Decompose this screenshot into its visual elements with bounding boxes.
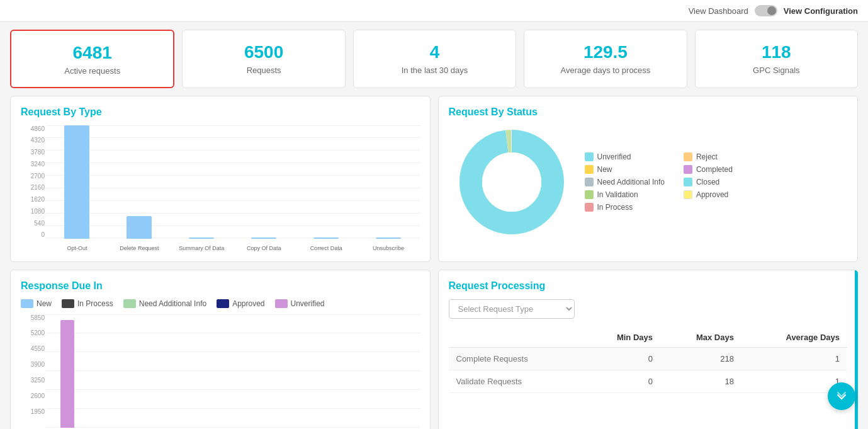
bar-chart-area: 4860 4320 3780 3240 2700 2160 1620 1080 … bbox=[21, 125, 420, 251]
summary-card-4: 118GPC Signals bbox=[695, 30, 858, 88]
request-processing-title: Request Processing bbox=[449, 280, 848, 292]
legend-reject: Reject bbox=[684, 152, 733, 161]
bar-correct-data bbox=[295, 125, 358, 239]
card-number-2: 4 bbox=[364, 42, 505, 63]
summary-card-1: 6500Requests bbox=[182, 30, 345, 88]
bar-chart-bars bbox=[46, 125, 420, 239]
bar-chart-yaxis: 4860 4320 3780 3240 2700 2160 1620 1080 … bbox=[21, 125, 45, 239]
rp-col-avg-days: Average Days bbox=[741, 328, 847, 348]
legend-need-additional-info: Need Additional Info bbox=[585, 178, 665, 186]
summary-cards-row: 6481Active requests6500Requests4In the l… bbox=[0, 22, 868, 96]
card-label-4: GPC Signals bbox=[706, 66, 847, 75]
summary-card-2: 4In the last 30 days bbox=[353, 30, 516, 88]
bar-delete-request bbox=[108, 125, 171, 239]
rp-row-label-complete: Complete Requests bbox=[449, 347, 582, 370]
rp-row-max-complete: 218 bbox=[660, 347, 741, 370]
rp-row-min-validate: 0 bbox=[582, 370, 660, 392]
legend-unverified: Unverified bbox=[585, 152, 665, 161]
rd-yaxis: 5850 5200 4550 3900 3250 2600 1950 bbox=[21, 314, 45, 415]
bar-summary-of-data bbox=[171, 125, 233, 239]
request-by-type-title: Request By Type bbox=[21, 106, 420, 118]
top-bar: View Dashboard View Configuration bbox=[0, 0, 868, 22]
request-type-select[interactable]: Select Request Type bbox=[449, 299, 575, 319]
legend-approved: Approved bbox=[217, 299, 264, 308]
legend-col-right: Reject Completed Closed Approved bbox=[684, 152, 733, 212]
bar-unsubscribe bbox=[358, 125, 420, 239]
card-label-2: In the last 30 days bbox=[364, 66, 505, 75]
legend-in-process: In Process bbox=[62, 299, 113, 308]
summary-card-0: 6481Active requests bbox=[10, 30, 174, 88]
card-label-0: Active requests bbox=[21, 66, 163, 76]
table-row: Complete Requests 0 218 1 bbox=[449, 347, 848, 370]
rp-row-avg-complete: 1 bbox=[741, 347, 847, 370]
svg-point-2 bbox=[482, 152, 541, 212]
card-label-1: Requests bbox=[193, 66, 334, 75]
legend-new: New bbox=[21, 299, 52, 308]
rp-col-max-days: Max Days bbox=[660, 328, 741, 348]
response-due-chart: 5850 5200 4550 3900 3250 2600 1950 bbox=[21, 314, 420, 428]
bar-chart-xlabels: Opt-Out Delete Request Summary Of Data C… bbox=[46, 245, 420, 251]
rp-col-label bbox=[449, 328, 582, 348]
request-by-status-title: Request By Status bbox=[449, 106, 848, 118]
donut-area: Unverified New Need Additional Info bbox=[449, 125, 848, 239]
legend-closed: Closed bbox=[684, 178, 733, 186]
response-due-in-title: Response Due In bbox=[21, 280, 420, 292]
rd-bar-group-1 bbox=[46, 314, 88, 428]
rp-col-min-days: Min Days bbox=[582, 328, 660, 348]
dashboard-config-toggle[interactable] bbox=[755, 5, 777, 16]
card-number-0: 6481 bbox=[21, 42, 163, 64]
card-number-4: 118 bbox=[706, 42, 847, 63]
summary-card-3: 129.5Average days to process bbox=[524, 30, 687, 88]
rd-bars bbox=[46, 314, 420, 428]
legend-approved: Approved bbox=[684, 190, 733, 199]
request-processing-panel: Request Processing Select Request Type M… bbox=[438, 270, 859, 429]
main-grid: Request By Type 4860 4320 3780 3240 2700… bbox=[0, 96, 868, 429]
card-label-3: Average days to process bbox=[534, 66, 676, 75]
rp-table: Min Days Max Days Average Days Complete … bbox=[449, 328, 848, 393]
legend-unverified: Unverified bbox=[275, 299, 325, 308]
view-configuration-label[interactable]: View Configuration bbox=[784, 6, 858, 16]
rp-row-label-validate: Validate Requests bbox=[449, 370, 582, 392]
bar-opt-out bbox=[46, 125, 108, 239]
view-dashboard-label[interactable]: View Dashboard bbox=[689, 6, 748, 16]
donut-chart bbox=[449, 125, 575, 239]
legend-in-validation: In Validation bbox=[585, 190, 665, 199]
response-due-in-panel: Response Due In New In Process Need Addi… bbox=[10, 270, 431, 429]
request-by-status-panel: Request By Status Unverified bbox=[438, 96, 859, 262]
legend-col-left: Unverified New Need Additional Info bbox=[585, 152, 665, 212]
legend-completed: Completed bbox=[684, 165, 733, 174]
legend-need-additional-info: Need Additional Info bbox=[123, 299, 206, 308]
request-by-type-panel: Request By Type 4860 4320 3780 3240 2700… bbox=[10, 96, 431, 262]
response-due-legend: New In Process Need Additional Info Appr… bbox=[21, 299, 420, 308]
donut-legend: Unverified New Need Additional Info bbox=[585, 152, 848, 212]
rp-table-body: Complete Requests 0 218 1 Validate Reque… bbox=[449, 347, 848, 392]
rp-right-bar bbox=[855, 270, 858, 429]
legend-new: New bbox=[585, 165, 665, 174]
rp-row-min-complete: 0 bbox=[582, 347, 660, 370]
scroll-fab-button[interactable] bbox=[828, 382, 855, 410]
rp-table-header-row: Min Days Max Days Average Days bbox=[449, 328, 848, 348]
card-number-1: 6500 bbox=[193, 42, 334, 63]
rp-row-max-validate: 18 bbox=[660, 370, 741, 392]
bar-copy-of-data bbox=[233, 125, 295, 239]
table-row: Validate Requests 0 18 1 bbox=[449, 370, 848, 392]
legend-in-process: In Process bbox=[585, 203, 665, 212]
card-number-3: 129.5 bbox=[534, 42, 676, 63]
